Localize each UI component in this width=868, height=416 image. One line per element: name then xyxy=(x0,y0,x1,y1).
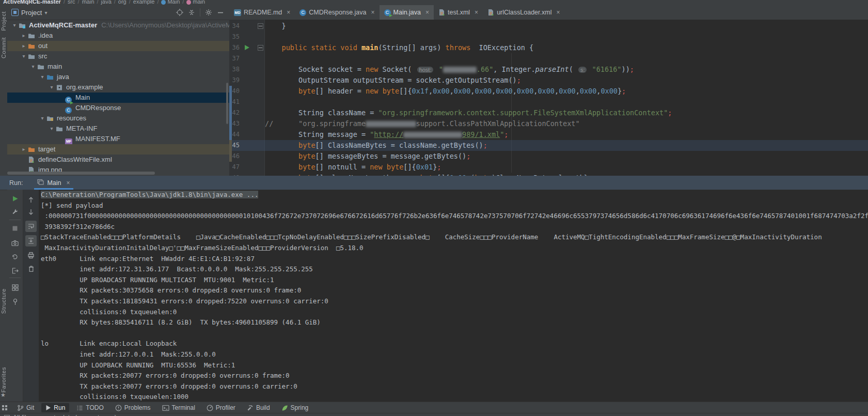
tree-item-activemqrce-master[interactable]: ▾ActiveMqRCE-masterC:\Users\Anonymous\De… xyxy=(7,20,229,30)
tab-test-xml[interactable]: test.xml× xyxy=(434,5,483,20)
tab-label: CMDResponse.java xyxy=(309,9,366,16)
chevron-expanded-icon[interactable]: ▾ xyxy=(39,113,45,124)
tree-item-cmdresponse[interactable]: CCMDResponse xyxy=(7,103,229,113)
softwrap-icon[interactable] xyxy=(25,221,37,232)
down-icon[interactable] xyxy=(25,206,37,218)
tree-vertical-scrollbar[interactable] xyxy=(226,83,228,124)
chevron-expanded-icon[interactable]: ▾ xyxy=(30,61,36,72)
fold-icon[interactable] xyxy=(258,23,263,29)
run-line-icon[interactable] xyxy=(245,45,249,50)
project-view-selector[interactable]: Project ▾ xyxy=(11,9,48,17)
line-number: 47 xyxy=(229,162,240,173)
tree-item-main[interactable]: ▾main xyxy=(7,61,229,72)
project-panel: Project ▾ ▾ActiveMqRCE-masterC:\Users\An… xyxy=(7,5,230,176)
tab-cmdresponse-java[interactable]: CCMDResponse.java× xyxy=(295,5,379,20)
locate-icon[interactable] xyxy=(176,9,183,16)
wrench-icon[interactable] xyxy=(9,206,21,218)
chevron-collapsed-icon[interactable]: ▸ xyxy=(21,41,27,51)
tree-item-target[interactable]: ▸target xyxy=(7,144,229,155)
rail-favorites-label[interactable]: Favorites xyxy=(1,367,7,393)
collapse-all-icon[interactable] xyxy=(188,9,195,16)
build-icon xyxy=(247,405,254,411)
tree-item-java[interactable]: ▾java xyxy=(7,72,229,82)
toolwindow-terminal[interactable]: Terminal xyxy=(158,403,199,412)
breadcrumb-item[interactable]: org xyxy=(118,0,127,5)
vcs-changed-marker xyxy=(229,86,232,140)
close-icon[interactable]: × xyxy=(371,9,375,16)
close-icon[interactable]: × xyxy=(67,179,70,187)
tab-readme-md[interactable]: MDREADME.md× xyxy=(229,5,295,20)
tree-item-org-example[interactable]: ▾org.example xyxy=(7,82,229,93)
breadcrumb-item[interactable]: main xyxy=(82,0,94,5)
run-console-output[interactable]: C:\Penetration\ProgramTools\Java\jdk1.8\… xyxy=(39,190,868,402)
trash-icon[interactable] xyxy=(25,263,37,274)
tab-urlclassloader-xml[interactable]: urlClassLoader.xml× xyxy=(483,5,564,20)
rail-structure-label[interactable]: Structure xyxy=(1,288,7,314)
run-tab-main[interactable]: Main × xyxy=(34,176,73,190)
breadcrumb-item[interactable]: java xyxy=(101,0,112,5)
tree-item-out[interactable]: ▸out xyxy=(7,41,229,51)
project-view-label: Project xyxy=(21,9,42,17)
toolbar-separator xyxy=(9,220,21,220)
close-icon[interactable]: × xyxy=(425,9,429,16)
tree-item-src[interactable]: ▾src xyxy=(7,51,229,61)
chevron-collapsed-icon[interactable]: ▸ xyxy=(21,30,27,41)
print-icon[interactable] xyxy=(25,250,37,261)
exit-icon[interactable] xyxy=(9,265,21,276)
line-number: 37 xyxy=(229,53,240,64)
close-icon[interactable]: × xyxy=(287,9,290,16)
rail-project-label[interactable]: Project xyxy=(1,11,7,31)
toolwindow-todo[interactable]: TODO xyxy=(72,403,107,412)
tree-horizontal-scrollbar[interactable] xyxy=(7,172,155,175)
breadcrumb-item[interactable]: src xyxy=(68,0,75,5)
console-line: RX packets:30375658 errors:0 dropped:8 o… xyxy=(39,285,868,296)
rail-commit-label[interactable]: Commit xyxy=(1,37,7,58)
toolwindow-profiler[interactable]: Profiler xyxy=(202,403,240,412)
tree-item-main[interactable]: CMain xyxy=(7,93,229,103)
fold-icon[interactable] xyxy=(258,45,263,51)
tree-item-manifest-mf[interactable]: MFMANIFEST.MF xyxy=(7,134,229,144)
breadcrumb-method[interactable]: main xyxy=(186,0,205,5)
tree-item-label: ActiveMqRCE-masterC:\Users\Anonymous\Des… xyxy=(29,20,230,30)
hide-icon[interactable] xyxy=(217,9,224,16)
chevron-expanded-icon[interactable]: ▾ xyxy=(39,72,45,82)
scroll-end-icon[interactable] xyxy=(25,235,37,246)
breadcrumb-root[interactable]: ActiveMqRCE-master xyxy=(3,0,61,5)
chevron-collapsed-icon[interactable]: ▸ xyxy=(21,144,27,155)
console-line: eth0 Link encap:Ethernet HWaddr 4E:E1:CA… xyxy=(39,254,868,265)
breadcrumb-class[interactable]: Main xyxy=(161,0,180,5)
console-line: [*] send payload xyxy=(39,201,868,211)
favorites-star-icon[interactable]: ★ xyxy=(1,392,6,398)
toolwindow-problems[interactable]: Problems xyxy=(111,403,155,412)
status-bar: All files are up-to-date (moments ago) xyxy=(0,413,868,416)
stop-icon[interactable] xyxy=(9,223,21,234)
pin-icon[interactable] xyxy=(9,296,21,307)
breadcrumb-item[interactable]: example xyxy=(133,0,155,5)
grid-icon[interactable] xyxy=(9,282,21,293)
breadcrumb-items[interactable]: ActiveMqRCE-master/src/main/java/org/exa… xyxy=(3,0,868,5)
close-icon[interactable]: × xyxy=(556,9,560,16)
toolwindow-git[interactable]: Git xyxy=(13,403,38,412)
camera-icon[interactable] xyxy=(9,237,21,249)
toolwindow-run[interactable]: Run xyxy=(41,403,69,412)
toolwindow-switcher-icon[interactable] xyxy=(2,405,8,411)
git-icon xyxy=(17,405,24,411)
code-editor[interactable]: 34 }3536 public static void main(String[… xyxy=(229,20,868,176)
tab-main-java[interactable]: CMain.java× xyxy=(380,5,434,20)
chevron-expanded-icon[interactable]: ▾ xyxy=(11,20,18,30)
tree-item-defineclasswritefile-xml[interactable]: defineClassWriteFile.xml xyxy=(7,155,229,165)
chevron-expanded-icon[interactable]: ▾ xyxy=(49,124,55,134)
gear-icon[interactable] xyxy=(205,9,212,16)
rerun-icon[interactable] xyxy=(9,193,21,204)
close-icon[interactable]: × xyxy=(475,9,478,16)
chevron-expanded-icon[interactable]: ▾ xyxy=(21,51,27,61)
console-line: RX bytes:8835416711 (8.2 GiB) TX bytes:4… xyxy=(39,317,868,328)
up-icon[interactable] xyxy=(25,194,37,205)
restart-icon[interactable] xyxy=(9,251,21,263)
tree-item-resources[interactable]: ▾resources xyxy=(7,113,229,124)
tree-item-meta-inf[interactable]: ▾META-INF xyxy=(7,124,229,134)
chevron-expanded-icon[interactable]: ▾ xyxy=(49,82,55,93)
toolwindow-spring[interactable]: Spring xyxy=(277,403,313,412)
tree-item--idea[interactable]: ▸.idea xyxy=(7,30,229,41)
toolwindow-build[interactable]: Build xyxy=(243,403,274,412)
